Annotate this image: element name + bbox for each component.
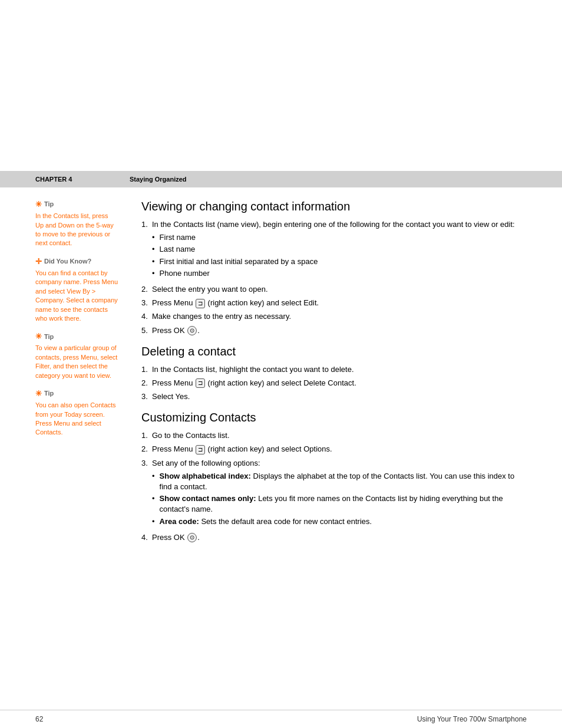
step-content: Press Menu ⊐ (right action key) and sele… xyxy=(152,378,527,388)
bullet-item: Show contact names only: Lets you fit mo… xyxy=(152,493,527,515)
step-content: Go to the Contacts list. xyxy=(152,430,527,441)
step-content: Make changes to the entry as necessary. xyxy=(152,311,527,322)
step-num: 3. xyxy=(141,391,152,402)
tip-text-3: To view a particular group of contacts, … xyxy=(35,344,118,380)
step-content: Press OK ⊙. xyxy=(152,532,527,543)
tip-text-2: You can find a contact by company name. … xyxy=(35,269,118,323)
tip-header-1: ✳ Tip xyxy=(35,199,118,210)
bullet-text: Area code: Sets the default area code fo… xyxy=(160,516,372,527)
step-content: Set any of the following options: Show a… xyxy=(152,458,527,529)
step-num: 1. xyxy=(141,430,152,441)
list-item: 2. Select the entry you want to open. xyxy=(141,284,527,295)
tip-text-1: In the Contacts list, press Up and Down … xyxy=(35,212,118,248)
top-spacer xyxy=(0,0,562,171)
tip-label-4: Tip xyxy=(44,389,54,398)
step-num: 2. xyxy=(141,444,152,454)
step-num: 3. xyxy=(141,298,152,308)
list-item: 2. Press Menu ⊐ (right action key) and s… xyxy=(141,378,527,388)
menu-icon: ⊐ xyxy=(196,299,205,308)
step-content: Select Yes. xyxy=(152,391,527,402)
list-item: 4. Make changes to the entry as necessar… xyxy=(141,311,527,322)
step-num: 5. xyxy=(141,325,152,336)
list-item: 3. Set any of the following options: Sho… xyxy=(141,458,527,529)
list-item: 3. Press Menu ⊐ (right action key) and s… xyxy=(141,298,527,308)
chapter-title: Staying Organized xyxy=(130,176,187,183)
bullet-item: First name xyxy=(152,232,527,243)
step-num: 4. xyxy=(141,532,152,543)
bullet-text: First initial and last initial separated… xyxy=(160,256,318,267)
bullet-list-1: First name Last name First initial and l… xyxy=(152,232,527,279)
tip-block-1: ✳ Tip In the Contacts list, press Up and… xyxy=(35,199,118,248)
bold-term: Area code: xyxy=(160,517,199,526)
tip-label-2: Did You Know? xyxy=(44,257,91,266)
footer-book-title: Using Your Treo 700w Smartphone xyxy=(417,715,527,723)
step-content: Press Menu ⊐ (right action key) and sele… xyxy=(152,444,527,454)
tip-star-icon-3: ✳ xyxy=(35,331,42,342)
list-item: 4. Press OK ⊙. xyxy=(141,532,527,543)
section3-list: 1. Go to the Contacts list. 2. Press Men… xyxy=(141,430,527,543)
footer: 62 Using Your Treo 700w Smartphone xyxy=(0,710,562,728)
main-content: Viewing or changing contact information … xyxy=(130,199,527,624)
chapter-label: CHAPTER 4 xyxy=(35,176,130,183)
bullet-item: Area code: Sets the default area code fo… xyxy=(152,516,527,527)
step-content: Press OK ⊙. xyxy=(152,325,527,336)
step-content: In the Contacts list (name view), begin … xyxy=(152,219,527,281)
content-area: ✳ Tip In the Contacts list, press Up and… xyxy=(0,187,562,636)
list-item: 2. Press Menu ⊐ (right action key) and s… xyxy=(141,444,527,454)
sidebar: ✳ Tip In the Contacts list, press Up and… xyxy=(35,199,130,624)
tip-header-2: ✛ Did You Know? xyxy=(35,256,118,267)
list-item: 3. Select Yes. xyxy=(141,391,527,402)
step-content: Press Menu ⊐ (right action key) and sele… xyxy=(152,298,527,308)
bullet-item: Show alphabetical index: Displays the al… xyxy=(152,471,527,492)
tip-star-icon-1: ✳ xyxy=(35,199,42,210)
section2-list: 1. In the Contacts list, highlight the c… xyxy=(141,364,527,403)
step-num: 2. xyxy=(141,378,152,388)
list-item: 1. Go to the Contacts list. xyxy=(141,430,527,441)
ok-icon: ⊙ xyxy=(187,326,197,335)
tip-block-4: ✳ Tip You can also open Contacts from yo… xyxy=(35,388,118,437)
chapter-bar: CHAPTER 4 Staying Organized xyxy=(0,171,562,187)
tip-text-4: You can also open Contacts from your Tod… xyxy=(35,401,118,437)
bottom-spacer xyxy=(0,636,562,710)
section3-title: Customizing Contacts xyxy=(141,410,527,424)
step-num: 4. xyxy=(141,311,152,322)
section1-list: 1. In the Contacts list (name view), beg… xyxy=(141,219,527,336)
bullet-item: Phone number xyxy=(152,268,527,279)
tip-header-3: ✳ Tip xyxy=(35,331,118,342)
bullet-text: Show alphabetical index: Displays the al… xyxy=(160,471,527,492)
tip-block-2: ✛ Did You Know? You can find a contact b… xyxy=(35,256,118,324)
bullet-item: First initial and last initial separated… xyxy=(152,256,527,267)
tip-star-icon-4: ✳ xyxy=(35,388,42,399)
bullet-text: First name xyxy=(160,232,196,243)
tip-block-3: ✳ Tip To view a particular group of cont… xyxy=(35,331,118,380)
step-num: 3. xyxy=(141,458,152,529)
bullet-text: Show contact names only: Lets you fit mo… xyxy=(160,493,527,515)
list-item: 1. In the Contacts list, highlight the c… xyxy=(141,364,527,375)
page: CHAPTER 4 Staying Organized ✳ Tip In the… xyxy=(0,0,562,728)
list-item: 5. Press OK ⊙. xyxy=(141,325,527,336)
tip-label-3: Tip xyxy=(44,332,54,341)
bold-term: Show contact names only: xyxy=(160,494,256,503)
footer-page-number: 62 xyxy=(35,715,43,723)
bullet-text: Last name xyxy=(160,244,196,255)
step-content: In the Contacts list, highlight the cont… xyxy=(152,364,527,375)
menu-icon: ⊐ xyxy=(196,445,205,454)
tip-header-4: ✳ Tip xyxy=(35,388,118,399)
tip-cross-icon-2: ✛ xyxy=(35,256,42,267)
bold-term: Show alphabetical index: xyxy=(160,472,251,480)
bullet-item: Last name xyxy=(152,244,527,255)
menu-icon: ⊐ xyxy=(196,378,205,388)
section1-title: Viewing or changing contact information xyxy=(141,199,527,213)
ok-icon: ⊙ xyxy=(187,533,197,542)
step-num: 1. xyxy=(141,219,152,281)
step-content: Select the entry you want to open. xyxy=(152,284,527,295)
bullet-text: Phone number xyxy=(160,268,210,279)
tip-label-1: Tip xyxy=(44,200,54,209)
step-num: 1. xyxy=(141,364,152,375)
bullet-list-3: Show alphabetical index: Displays the al… xyxy=(152,471,527,527)
list-item: 1. In the Contacts list (name view), beg… xyxy=(141,219,527,281)
step-num: 2. xyxy=(141,284,152,295)
section2-title: Deleting a contact xyxy=(141,344,527,358)
